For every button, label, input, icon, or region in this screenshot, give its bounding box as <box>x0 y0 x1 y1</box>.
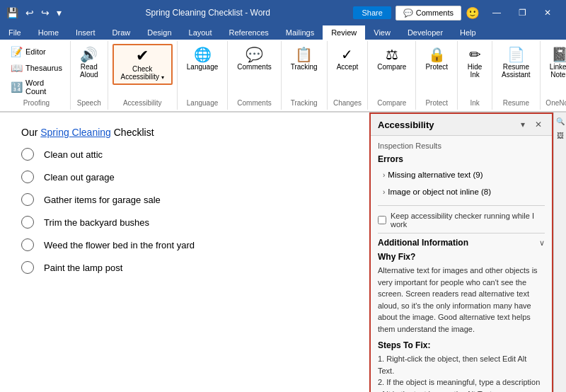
resume-label: Resume <box>503 98 529 107</box>
checkbox-circle-3[interactable] <box>21 193 34 206</box>
item-text-1: Clean out attic <box>44 149 103 160</box>
additional-info-section: Additional Information ∨ Why Fix? Altern… <box>378 233 545 392</box>
ribbon-group-accessibility: ✔ CheckAccessibility ▾ Accessibility <box>108 41 178 110</box>
ribbon-group-tracking: 📋 Tracking Tracking <box>282 41 328 110</box>
list-item: Weed the flower bed in the front yard <box>21 238 348 251</box>
tab-references[interactable]: References <box>221 25 277 40</box>
language-icon: 🌐 <box>194 47 212 62</box>
ribbon-group-changes: ✓ Accept Changes <box>328 41 369 110</box>
tab-help[interactable]: Help <box>451 25 485 40</box>
checkbox-circle-5[interactable] <box>21 238 34 251</box>
language-button[interactable]: 🌐 Language <box>182 44 224 74</box>
quick-access-dropdown[interactable]: ▾ <box>54 6 64 20</box>
hide-ink-icon: ✏ <box>469 47 481 62</box>
additional-info-title: Additional Information <box>378 238 468 248</box>
list-item: Trim the backyard bushes <box>21 216 348 229</box>
linked-notes-button[interactable]: 📓 LinkedNotes <box>545 44 566 82</box>
sidebar-icon-1[interactable]: 🔍 <box>555 115 566 127</box>
tab-view[interactable]: View <box>365 25 399 40</box>
linked-notes-icon: 📓 <box>551 47 566 62</box>
list-item: Gather items for garage sale <box>21 193 348 206</box>
accessibility-label: Accessibility <box>123 98 161 107</box>
thesaurus-button[interactable]: 📖Thesaurus <box>7 60 66 76</box>
error-item-1[interactable]: › Missing alternative text (9) <box>378 167 545 183</box>
keep-running-checkbox[interactable] <box>378 216 386 224</box>
language-label: Language <box>187 98 219 107</box>
comment-icon: 💬 <box>246 47 263 62</box>
document-area: Our Spring Cleaning Checklist Clean out … <box>0 113 369 392</box>
editor-button[interactable]: 📝Editor <box>7 44 66 59</box>
tab-developer[interactable]: Developer <box>399 25 451 40</box>
comments-group-label: Comments <box>237 98 271 107</box>
panel-dropdown-button[interactable]: ▾ <box>516 118 529 131</box>
checkbox-circle-2[interactable] <box>21 171 34 183</box>
proofing-small-buttons: 📝Editor 📖Thesaurus 🔢Word Count <box>7 44 66 98</box>
main-area: Our Spring Cleaning Checklist Clean out … <box>0 113 566 392</box>
sidebar-icon-2[interactable]: 🖼 <box>555 129 566 141</box>
tab-file[interactable]: File <box>0 25 30 40</box>
tracking-icon: 📋 <box>295 47 313 62</box>
check-accessibility-button[interactable]: ✔ CheckAccessibility ▾ <box>112 44 173 85</box>
resume-assistant-button[interactable]: 📄 ResumeAssistant <box>497 44 536 82</box>
document-title: Spring Cleaning Checklist - Word <box>68 8 347 18</box>
close-button[interactable]: ✕ <box>535 3 560 23</box>
ribbon-group-proofing: 📝Editor 📖Thesaurus 🔢Word Count Proofing <box>3 41 71 110</box>
read-aloud-button[interactable]: 🔊 ReadAloud <box>75 44 103 82</box>
tracking-button[interactable]: 📋 Tracking <box>286 44 323 74</box>
additional-info-header[interactable]: Additional Information ∨ <box>378 238 545 248</box>
spring-cleaning-link[interactable]: Spring Cleaning <box>40 127 111 138</box>
errors-heading: Errors <box>378 154 545 164</box>
minimize-button[interactable]: — <box>484 3 509 23</box>
ribbon-group-speech: 🔊 ReadAloud Speech <box>71 41 108 110</box>
quick-access-toolbar: 💾 ↩ ↪ ▾ <box>0 4 68 21</box>
tab-insert[interactable]: Insert <box>67 25 104 40</box>
undo-button[interactable]: ↩ <box>23 6 36 20</box>
item-text-3: Gather items for garage sale <box>44 195 161 205</box>
compare-icon: ⚖ <box>386 47 398 62</box>
hide-ink-button[interactable]: ✏ HideInk <box>462 44 487 82</box>
tab-layout[interactable]: Layout <box>180 25 221 40</box>
new-comment-button[interactable]: 💬 Comments <box>232 44 276 74</box>
item-text-6: Paint the lamp post <box>44 263 122 273</box>
why-fix-text: Alternative text for images and other ob… <box>378 265 545 335</box>
comments-icon: 💬 <box>403 8 413 18</box>
checkbox-circle-4[interactable] <box>21 216 34 229</box>
tab-home[interactable]: Home <box>30 25 67 40</box>
item-text-4: Trim the backyard bushes <box>44 217 149 228</box>
tab-mailings[interactable]: Mailings <box>277 25 323 40</box>
protect-icon: 🔒 <box>428 47 446 62</box>
error-text-2: Image or object not inline (8) <box>388 188 491 196</box>
restore-button[interactable]: ❐ <box>509 3 535 23</box>
share-button[interactable]: Share <box>353 6 391 19</box>
protect-label: Protect <box>425 98 448 107</box>
why-fix-title: Why Fix? <box>378 252 545 262</box>
ribbon-group-compare: ⚖ Compare Compare <box>368 41 416 110</box>
checkbox-circle-1[interactable] <box>21 148 34 161</box>
thesaurus-icon: 📖 <box>11 62 23 74</box>
comments-button[interactable]: 💬 Comments <box>395 6 461 21</box>
document-heading: Our Spring Cleaning Checklist <box>21 127 348 138</box>
tab-review[interactable]: Review <box>323 25 365 40</box>
save-button[interactable]: 💾 <box>4 6 21 20</box>
feedback-smiley[interactable]: 🙂 <box>466 6 480 20</box>
panel-controls: ▾ ✕ <box>516 118 545 131</box>
tab-draw[interactable]: Draw <box>104 25 139 40</box>
tab-design[interactable]: Design <box>139 25 180 40</box>
redo-button[interactable]: ↪ <box>39 6 52 20</box>
steps-text: 1. Right-click the object, then select E… <box>378 353 545 392</box>
checkbox-circle-6[interactable] <box>21 261 34 274</box>
compare-button[interactable]: ⚖ Compare <box>372 44 411 74</box>
word-count-icon: 🔢 <box>11 81 23 93</box>
word-count-button[interactable]: 🔢Word Count <box>7 76 66 98</box>
item-text-2: Clean out garage <box>44 172 115 183</box>
panel-header: Accessibility ▾ ✕ <box>371 114 552 136</box>
protect-button[interactable]: 🔒 Protect <box>420 44 453 74</box>
right-sidebar: 🔍 🖼 <box>553 113 566 392</box>
error-item-2[interactable]: › Image or object not inline (8) <box>378 184 545 200</box>
accept-button[interactable]: ✓ Accept <box>332 44 364 74</box>
accessibility-panel: Accessibility ▾ ✕ Inspection Results Err… <box>369 113 553 392</box>
title-bar: 💾 ↩ ↪ ▾ Spring Cleaning Checklist - Word… <box>0 0 566 25</box>
panel-close-button[interactable]: ✕ <box>532 118 545 131</box>
list-item: Clean out attic <box>21 148 348 161</box>
ribbon-group-ink: ✏ HideInk Ink <box>458 41 492 110</box>
